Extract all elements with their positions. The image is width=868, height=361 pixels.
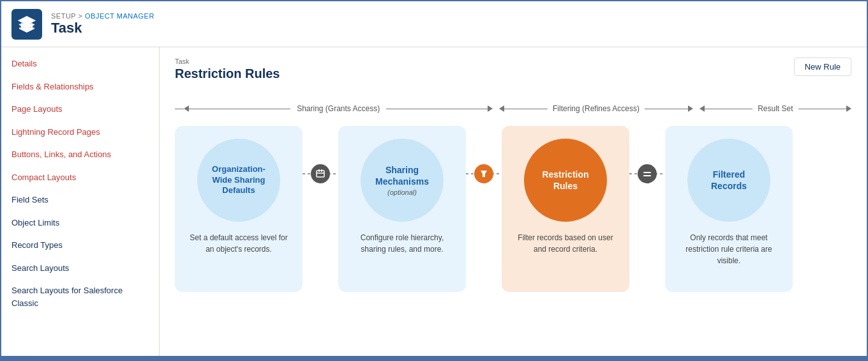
sidebar-item-lightning-record-pages[interactable]: Lightning Record Pages — [1, 121, 159, 144]
line-sharing — [189, 109, 290, 109]
sidebar: Details Fields & Relationships Page Layo… — [1, 47, 160, 356]
connector-icon-2 — [474, 164, 493, 183]
card-sharing-desc: Configure role hierarchy, sharing rules,… — [338, 232, 466, 255]
line-result — [705, 109, 752, 109]
breadcrumb: SETUP > OBJECT MANAGER — [51, 12, 154, 20]
arrow-right-result — [846, 105, 851, 112]
main-wrapper: Details Fields & Relationships Page Layo… — [1, 47, 867, 356]
content-breadcrumb: Task — [175, 58, 280, 65]
svg-marker-7 — [481, 171, 487, 177]
card-restriction-wrapper: Restriction Rules Filter records based o… — [502, 126, 629, 292]
line-filtering — [504, 109, 548, 109]
cards-container: Organization-Wide Sharing Defaults Set a… — [175, 126, 851, 292]
connector-icon-3 — [638, 164, 657, 183]
card-org-wide-title: Organization-Wide Sharing Defaults — [197, 164, 280, 197]
header-text: SETUP > OBJECT MANAGER Task — [51, 12, 154, 36]
connector-2 — [466, 164, 502, 183]
card-sharing: Sharing Mechanisms (optional) Configure … — [338, 126, 466, 292]
arrow-left-filtering — [499, 105, 504, 112]
line-filtering2 — [645, 109, 688, 109]
content-area: Task Restriction Rules New Rule Sharing … — [160, 47, 867, 356]
card-restriction: Restriction Rules Filter records based o… — [502, 126, 629, 292]
sidebar-item-search-layouts[interactable]: Search Layouts — [1, 257, 159, 280]
card-filtered-wrapper: Filtered Records Only records that meet … — [665, 126, 793, 292]
breadcrumb-sep: > — [79, 12, 85, 20]
line-sharing2 — [386, 109, 488, 109]
sidebar-item-object-limits[interactable]: Object Limits — [1, 211, 159, 234]
content-titles: Task Restriction Rules — [175, 58, 280, 91]
result-label-section: Result Set — [700, 104, 851, 113]
new-rule-button[interactable]: New Rule — [794, 58, 851, 76]
sidebar-item-field-sets[interactable]: Field Sets — [1, 188, 159, 211]
layers-icon — [18, 15, 36, 33]
filtering-label: Filtering (Refines Access) — [548, 104, 645, 113]
card-org-wide-desc: Set a default access level for an object… — [175, 232, 303, 255]
card-filtered-desc: Only records that meet restriction rule … — [665, 232, 793, 266]
sidebar-item-record-types[interactable]: Record Types — [1, 234, 159, 257]
svg-rect-3 — [317, 171, 324, 177]
card-org-wide: Organization-Wide Sharing Defaults Set a… — [175, 126, 303, 292]
card-sharing-subtitle: (optional) — [361, 188, 444, 196]
page-title: Task — [51, 20, 154, 36]
result-label: Result Set — [752, 104, 798, 113]
funnel-icon — [479, 169, 488, 178]
svg-rect-4 — [318, 169, 320, 172]
arrow-left-result — [700, 105, 705, 112]
breadcrumb-manager[interactable]: OBJECT MANAGER — [85, 12, 154, 20]
card-sharing-wrapper: Sharing Mechanisms (optional) Configure … — [338, 126, 466, 292]
content-title: Restriction Rules — [175, 66, 280, 81]
card-filtered-title: Filtered Records — [687, 169, 770, 192]
arrow-right-sharing — [488, 105, 493, 112]
card-sharing-title: Sharing Mechanisms — [361, 164, 444, 187]
app-wrapper: SETUP > OBJECT MANAGER Task Details Fiel… — [0, 0, 868, 361]
equals-top — [643, 172, 651, 173]
sidebar-item-fields-relationships[interactable]: Fields & Relationships — [1, 75, 159, 98]
header: SETUP > OBJECT MANAGER Task — [1, 1, 867, 47]
connector-1 — [303, 164, 338, 183]
card-restriction-desc: Filter records based on user and record … — [502, 232, 629, 255]
equals-bottom — [643, 175, 651, 176]
svg-rect-0 — [21, 20, 33, 22]
card-filtered: Filtered Records Only records that meet … — [665, 126, 793, 292]
svg-rect-5 — [321, 169, 322, 172]
breadcrumb-setup: SETUP — [51, 12, 76, 20]
sharing-label-section: Sharing (Grants Access) — [175, 104, 493, 113]
header-icon — [11, 9, 42, 40]
card-sharing-circle-content: Sharing Mechanisms (optional) — [361, 164, 444, 196]
svg-rect-2 — [21, 26, 33, 28]
arrow-right-filtering — [688, 105, 693, 112]
connector-1-icon — [315, 169, 326, 179]
line-result2 — [798, 109, 846, 109]
svg-rect-1 — [21, 22, 33, 25]
filtering-label-section: Filtering (Refines Access) — [499, 104, 692, 113]
flow-labels-row: Sharing (Grants Access) Filtering (Refin… — [175, 104, 851, 113]
card-sharing-circle: Sharing Mechanisms (optional) — [361, 139, 444, 222]
sidebar-item-details[interactable]: Details — [1, 52, 159, 75]
sidebar-item-compact-layouts[interactable]: Compact Layouts — [1, 166, 159, 189]
sidebar-item-search-layouts-classic[interactable]: Search Layouts for Salesforce Classic — [1, 279, 159, 314]
connector-icon-1 — [311, 164, 330, 183]
sidebar-item-buttons-links-actions[interactable]: Buttons, Links, and Actions — [1, 143, 159, 166]
arrow-line-left-sharing — [175, 109, 184, 109]
content-header: Task Restriction Rules New Rule — [175, 58, 851, 91]
sharing-label: Sharing (Grants Access) — [290, 104, 386, 113]
arrow-left-sharing — [184, 105, 189, 112]
sidebar-item-page-layouts[interactable]: Page Layouts — [1, 98, 159, 121]
card-restriction-title: Restriction Rules — [524, 169, 607, 192]
card-filtered-circle: Filtered Records — [687, 139, 770, 222]
card-restriction-circle: Restriction Rules — [524, 139, 607, 222]
card-org-wide-circle: Organization-Wide Sharing Defaults — [197, 139, 280, 222]
card-org-wide-wrapper: Organization-Wide Sharing Defaults Set a… — [175, 126, 303, 292]
diagram: Sharing (Grants Access) Filtering (Refin… — [175, 104, 851, 292]
connector-3 — [629, 164, 665, 183]
